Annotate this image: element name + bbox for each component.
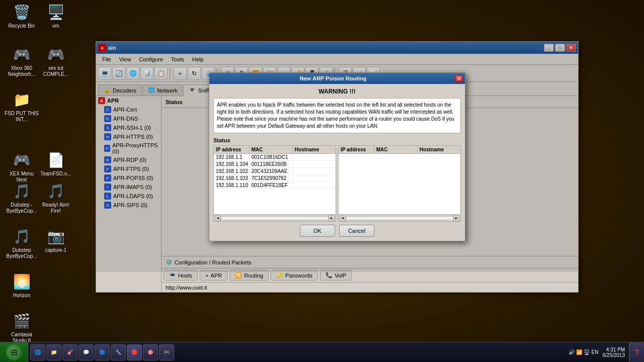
taskbar-clock: 4:31 PM 6/25/2013 <box>603 347 629 358</box>
row4-ip: 192.168.1.110 <box>214 182 250 189</box>
row3-host <box>293 175 336 182</box>
status-url: http://www.oxid.it <box>166 285 207 291</box>
row1-ip: 192.168.1.104 <box>214 161 250 167</box>
fsd-icon: 📁 <box>12 89 32 110</box>
taskbar-item-explorer[interactable]: 📁 <box>46 344 61 360</box>
table-row[interactable]: 192.168.1.104 001118EE260B <box>214 161 336 168</box>
desktop-icon-recycle-bin[interactable]: 🗑️ Recycle Bin <box>4 2 39 29</box>
capture1-label: capture-1 <box>38 247 73 253</box>
voip-icon: 📞 <box>326 272 333 279</box>
app-window: a ain _ □ ✕ File View Configure Tools He… <box>96 41 579 293</box>
row1-mac: 001118EE260B <box>250 161 293 167</box>
fsd-label: FSD PUT THIS INT... <box>4 111 39 123</box>
show-desktop-button[interactable]: ❓ <box>629 342 644 363</box>
desktop-icon-capture1[interactable]: 📷 capture-1 <box>38 226 73 253</box>
bottom-tab-voip-label: VoIP <box>335 273 346 279</box>
row3-mac: 7C1E52990782 <box>250 175 293 182</box>
taskbar-item-8[interactable]: 🎯 <box>143 344 158 360</box>
apr-tab-icon: + <box>205 273 208 279</box>
recycle-bin-icon: 🗑️ <box>12 2 32 22</box>
camtasia-icon: 🎬 <box>12 311 32 331</box>
taskbar-item-browser[interactable]: 🌐 <box>30 344 45 360</box>
right-col-hostname: Hostname <box>418 146 460 153</box>
content-area: A APR C APR-Cert D APR-DNS S APR-SSH-1 (… <box>96 96 578 292</box>
desktop-icon-camtasia[interactable]: 🎬 Camtasia Studio 8 <box>4 311 39 344</box>
table-row[interactable]: 192.168.1.103 7C1E52990782 <box>214 175 336 182</box>
teamfsd-icon: 📄 <box>46 150 66 170</box>
desktop-icon-xbox360[interactable]: 🎮 Xbox 360 Neighborh... <box>4 44 39 77</box>
desktop-icon-dubstep1[interactable]: 🎵 Dubstep - ByeByeCop... <box>4 181 39 214</box>
main-panel: Status New ARP Poison Routing ✕ WARNING … <box>162 96 578 292</box>
cancel-button[interactable]: Cancel <box>339 225 374 237</box>
left-table-scrollbar: ◄ ► <box>214 214 336 221</box>
desktop-icon-readyaim[interactable]: 🎵 Ready! Aim! Fire! <box>38 181 73 214</box>
vm-icon: 🖥️ <box>46 2 66 22</box>
start-button[interactable]: ⊞ <box>0 342 28 363</box>
start-orb: ⊞ <box>6 344 22 360</box>
row1-host <box>293 161 336 167</box>
taskbar-item-5[interactable]: 🔵 <box>95 344 110 360</box>
xex-tut-icon: 🎮 <box>46 44 66 64</box>
right-scroll-track[interactable] <box>346 216 453 220</box>
row3-ip: 192.168.1.103 <box>214 175 250 182</box>
capture1-icon: 📷 <box>46 226 66 246</box>
desktop-icon-teamfsd[interactable]: 📄 TeamFSD.o... <box>38 150 73 177</box>
desktop-icon-horizon[interactable]: 🌅 Horizon <box>4 272 39 299</box>
desktop-icon-vm[interactable]: 🖥️ vm <box>38 2 73 29</box>
row0-ip: 192.168.1.1 <box>214 154 250 160</box>
row2-ip: 192.168.1.102 <box>214 168 250 174</box>
desktop: 🗑️ Recycle Bin 🖥️ vm 🎮 Xbox 360 Neighbor… <box>0 0 644 362</box>
xbox360-icon: 🎮 <box>12 44 32 64</box>
left-col-mac: MAC <box>250 146 293 153</box>
right-col-ip: IP address <box>339 146 374 153</box>
horizon-icon: 🌅 <box>12 272 32 292</box>
taskbar-items: 🌐 📁 🎸 💬 🔵 🔧 🔴 🎯 🎮 <box>28 344 565 360</box>
passwords-icon: 🔑 <box>276 272 283 279</box>
status-bar-bottom: http://www.oxid.it <box>162 282 578 292</box>
table-row[interactable]: 192.168.1.1 001C10B16DC1 <box>214 154 336 161</box>
teamfsd-label: TeamFSD.o... <box>38 171 73 177</box>
clock-time: 4:31 PM <box>603 347 625 352</box>
desktop-icon-fsd[interactable]: 📁 FSD PUT THIS INT... <box>4 89 39 123</box>
row0-host <box>293 154 336 160</box>
xbox360-label: Xbox 360 Neighborh... <box>4 65 39 77</box>
ok-button[interactable]: OK <box>300 225 335 237</box>
routing-icon: 🔀 <box>235 272 242 279</box>
dubstep2-icon: 🎵 <box>12 226 32 246</box>
recycle-bin-label: Recycle Bin <box>4 23 39 29</box>
xex-tut-label: xex tut COMPLE... <box>38 65 73 77</box>
arp-poison-modal: New ARP Poison Routing ✕ WARNING !!! APR… <box>209 96 465 241</box>
right-table-scrollbar: ◄ ► <box>339 214 460 221</box>
left-scroll-right[interactable]: ► <box>329 215 335 221</box>
dubstep1-label: Dubstep - ByeByeCop... <box>4 202 39 214</box>
taskbar-item-9[interactable]: 🎮 <box>159 344 174 360</box>
dubstep2-label: Dubstep ByeByeCop... <box>4 247 39 259</box>
left-scroll-track[interactable] <box>221 216 329 220</box>
right-table-header: IP address MAC Hostname <box>339 146 460 154</box>
modal-overlay: New ARP Poison Routing ✕ WARNING !!! APR… <box>162 96 578 272</box>
right-scroll-left[interactable]: ◄ <box>340 215 346 221</box>
taskbar-item-cain[interactable]: 🔴 <box>127 344 142 360</box>
row2-host <box>293 168 336 174</box>
table-row[interactable]: 192.168.1.102 20C432109AAE <box>214 168 336 175</box>
desktop-icon-xex-menu[interactable]: 🎮 XEX Menu Next <box>4 150 39 183</box>
left-col-hostname: Hostname <box>293 146 336 153</box>
desktop-icon-xex-tut[interactable]: 🎮 xex tut COMPLE... <box>38 44 73 77</box>
taskbar-item-music[interactable]: 🎸 <box>62 344 77 360</box>
right-scroll-right[interactable]: ► <box>453 215 459 221</box>
clock-date: 6/25/2013 <box>603 352 625 358</box>
modal-buttons: OK Cancel <box>213 225 461 237</box>
taskbar-item-skype[interactable]: 💬 <box>78 344 94 360</box>
horizon-label: Horizon <box>4 293 39 299</box>
hosts-icon: 💻 <box>169 272 176 279</box>
tray-icons: 🔊 📶 🖥️ <box>569 349 590 355</box>
taskbar-item-6[interactable]: 🔧 <box>111 344 126 360</box>
readyaim-label: Ready! Aim! Fire! <box>38 202 73 214</box>
bottom-tab-hosts-label: Hosts <box>178 273 192 279</box>
table-row[interactable]: 192.168.1.110 001D4FFE18EF <box>214 182 336 189</box>
desktop-icon-dubstep2[interactable]: 🎵 Dubstep ByeByeCop... <box>4 226 39 259</box>
left-scroll-left[interactable]: ◄ <box>215 215 221 221</box>
left-host-table: IP address MAC Hostname 192.168.1.1 001C… <box>213 145 336 222</box>
readyaim-icon: 🎵 <box>46 181 66 201</box>
row0-mac: 001C10B16DC1 <box>250 154 293 160</box>
